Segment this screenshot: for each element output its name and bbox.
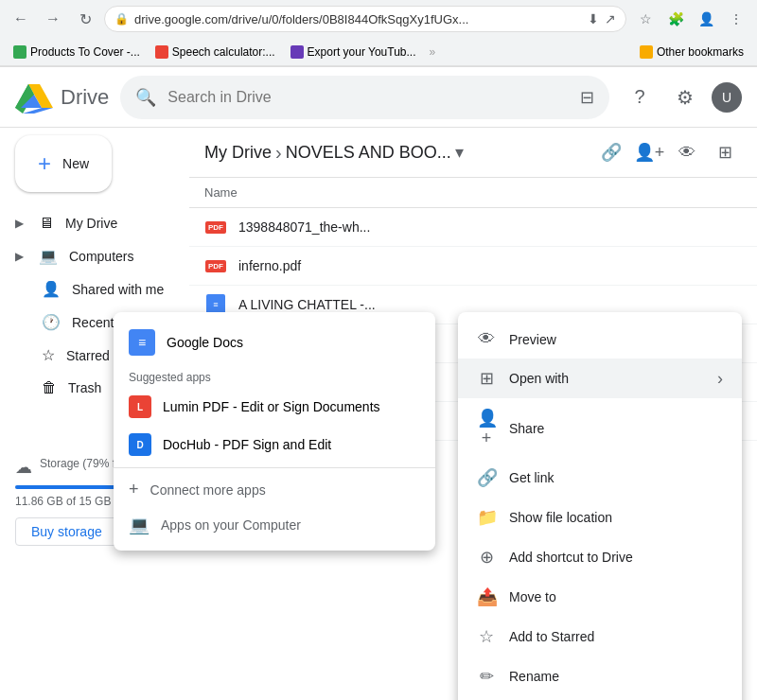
connect-icon: + — [129, 480, 139, 499]
computer-apps-label: Apps on your Computer — [161, 517, 301, 533]
google-docs-icon: ≡ — [129, 329, 155, 356]
address-bar[interactable]: 🔒 drive.google.com/drive/u/0/folders/0B8… — [104, 6, 626, 32]
file-row[interactable]: PDF 1398848071_the-wh... — [189, 208, 757, 247]
shared-icon: 👤 — [42, 280, 61, 298]
tune-icon[interactable]: ⊟ — [580, 87, 594, 108]
search-input-wrap[interactable]: 🔍 ⊟ — [120, 76, 609, 119]
bookmark-favicon — [155, 45, 168, 59]
add-shortcut-icon: ⊕ — [477, 547, 496, 568]
sidebar-item-my-drive[interactable]: ▶ 🖥 My Drive — [0, 207, 182, 239]
reload-button[interactable]: ↻ — [72, 6, 98, 32]
add-starred-icon: ☆ — [477, 626, 496, 647]
header-actions: ? ⚙ U — [621, 79, 742, 116]
breadcrumb-current: NOVELS AND BOO... — [286, 143, 451, 163]
context-open-with[interactable]: ⊞ Open with › — [458, 359, 742, 398]
buy-storage-button[interactable]: Buy storage — [15, 517, 118, 546]
computer-icon: 💻 — [129, 515, 150, 535]
lumin-label: Lumin PDF - Edit or Sign Documents — [163, 399, 380, 414]
drive-app: Drive 🔍 ⊟ ? ⚙ U + New ▶ 🖥 My Drive — [0, 67, 757, 700]
bookmark-export[interactable]: Export your YouTub... — [285, 44, 422, 61]
bookmark-more[interactable]: » — [430, 45, 436, 59]
context-move-to[interactable]: 📤 Move to — [458, 577, 742, 617]
preview-icon: 👁 — [477, 329, 496, 349]
star-button[interactable]: ☆ — [632, 6, 659, 32]
browser-toolbar: ← → ↻ 🔒 drive.google.com/drive/u/0/folde… — [0, 0, 757, 38]
get-link-icon: 🔗 — [477, 467, 496, 488]
lumin-icon: L — [129, 395, 151, 418]
link-icon-button[interactable]: 🔗 — [594, 135, 628, 169]
preview-button[interactable]: 👁 — [670, 135, 704, 169]
app-header: Drive 🔍 ⊟ ? ⚙ U — [0, 67, 757, 128]
settings-button[interactable]: ⚙ — [666, 79, 704, 116]
dochub-icon: D — [129, 433, 151, 456]
plus-icon: + — [38, 150, 51, 177]
bookmark-favicon — [13, 45, 26, 59]
new-button-label: New — [62, 156, 89, 171]
get-link-label: Get link — [509, 470, 723, 485]
bookmark-products[interactable]: Products To Cover -... — [8, 44, 146, 61]
context-share[interactable]: 👤+ Share — [458, 398, 742, 458]
open-with-arrow: › — [717, 369, 723, 389]
computer-apps-option[interactable]: 💻 Apps on your Computer — [114, 507, 435, 543]
sidebar-item-shared[interactable]: 👤 Shared with me — [0, 272, 182, 306]
add-person-button[interactable]: 👤+ — [632, 135, 666, 169]
context-get-link[interactable]: 🔗 Get link — [458, 458, 742, 498]
drive-logo-icon — [15, 81, 53, 114]
context-preview[interactable]: 👁 Preview — [458, 320, 742, 359]
bookmark-speech[interactable]: Speech calculator:... — [150, 44, 281, 61]
menu-button[interactable]: ⋮ — [723, 6, 749, 32]
open-with-icon: ⊞ — [477, 368, 496, 389]
sidebar-item-label: Starred — [66, 348, 110, 363]
sidebar-item-label: My Drive — [65, 216, 117, 231]
extension-button[interactable]: 🧩 — [662, 6, 689, 32]
breadcrumb-dropdown[interactable]: ▾ — [455, 142, 464, 163]
sidebar-item-label: Trash — [68, 380, 101, 395]
new-button[interactable]: + New — [15, 135, 112, 192]
lumin-option[interactable]: L Lumin PDF - Edit or Sign Documents — [114, 388, 435, 426]
my-drive-icon: 🖥 — [39, 215, 54, 232]
storage-cloud-icon: ☁ — [15, 457, 32, 478]
avatar[interactable]: U — [712, 82, 742, 113]
sidebar-item-computers[interactable]: ▶ 💻 Computers — [0, 239, 182, 272]
open-with-label: Open with — [509, 371, 704, 386]
grid-view-button[interactable]: ⊞ — [708, 135, 742, 169]
other-bookmarks[interactable]: Other bookmarks — [634, 44, 749, 61]
bookmark-label: Products To Cover -... — [30, 45, 140, 59]
help-button[interactable]: ? — [621, 79, 659, 116]
connect-apps-option[interactable]: + Connect more apps — [114, 472, 435, 507]
expand-icon: ▶ — [15, 250, 24, 263]
url-text: drive.google.com/drive/u/0/folders/0B8I8… — [134, 12, 582, 26]
sidebar-item-label: Shared with me — [72, 282, 164, 297]
context-add-starred[interactable]: ☆ Add to Starred — [458, 617, 742, 656]
google-docs-option[interactable]: ≡ Google Docs — [114, 320, 435, 365]
suggested-apps-label: Suggested apps — [114, 365, 435, 388]
recent-icon: 🕐 — [42, 313, 61, 331]
move-to-icon: 📤 — [477, 586, 496, 607]
breadcrumb-root[interactable]: My Drive — [204, 143, 272, 163]
context-add-shortcut[interactable]: ⊕ Add shortcut to Drive — [458, 537, 742, 577]
back-button[interactable]: ← — [8, 6, 34, 32]
dochub-option[interactable]: D DocHub - PDF Sign and Edit — [114, 426, 435, 464]
browser-chrome: ← → ↻ 🔒 drive.google.com/drive/u/0/folde… — [0, 0, 757, 67]
context-rename[interactable]: ✏ Rename — [458, 656, 742, 696]
rename-label: Rename — [509, 669, 723, 684]
drive-logo: Drive — [15, 81, 109, 114]
rename-icon: ✏ — [477, 666, 496, 687]
bookmarks-bar: Products To Cover -... Speech calculator… — [0, 38, 757, 66]
forward-button[interactable]: → — [40, 6, 66, 32]
submenu-divider — [114, 467, 435, 468]
toolbar-icons: 🔗 👤+ 👁 ⊞ — [594, 135, 742, 169]
profile-button[interactable]: 👤 — [693, 6, 719, 32]
bookmark-label: Speech calculator:... — [172, 45, 275, 59]
search-input[interactable] — [167, 89, 569, 106]
breadcrumb-separator: › — [275, 142, 282, 164]
sidebar-item-label: Recent — [72, 315, 114, 330]
dochub-label: DocHub - PDF Sign and Edit — [163, 437, 331, 452]
file-row[interactable]: PDF inferno.pdf — [189, 247, 757, 286]
show-location-label: Show file location — [509, 510, 723, 525]
file-name: A LIVING CHATTEL -... — [238, 297, 742, 312]
context-show-location[interactable]: 📁 Show file location — [458, 498, 742, 537]
svg-marker-2 — [23, 108, 53, 114]
bookmark-favicon — [290, 45, 304, 59]
name-column-header: Name — [204, 185, 238, 200]
